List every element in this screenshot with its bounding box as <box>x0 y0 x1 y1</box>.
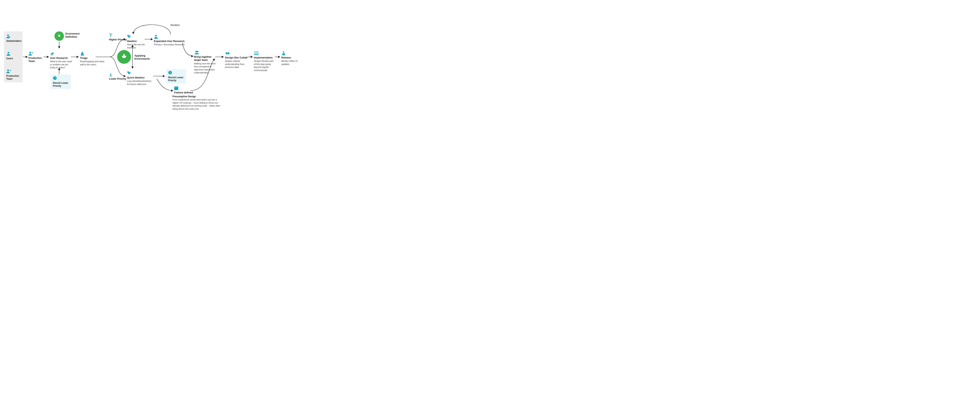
design-tools-icon <box>127 70 154 75</box>
node-bring-together-sub: Making sure the team has conceptual & hi… <box>194 62 216 74</box>
env-definition-circle <box>54 31 64 41</box>
higher-priority: Higher Priority <box>109 34 129 41</box>
node-feature-defined: Feature defined <box>174 85 196 94</box>
node-ideation: Ideation How it fits into the workflow <box>127 34 146 49</box>
node-ideation-sub: How it fits into the workflow <box>127 43 146 49</box>
node-ideation-title: Ideation <box>127 40 146 43</box>
iteration-label: Iteration <box>170 24 180 27</box>
user-icon <box>154 34 185 39</box>
node-bring-together-title: Bring together larger team <box>194 55 216 62</box>
input-production-team: Production Team <box>6 69 21 80</box>
node-expanded-research: Expanded User Research Primary / Seconda… <box>154 34 185 46</box>
env-definition-label-wrap: Enviroment Definition <box>65 32 81 38</box>
node-quick-ideation-title: Quick Ideation <box>127 76 154 79</box>
env-definition-label: Enviroment Definition <box>65 32 81 38</box>
lower-priority-label: Lower Priority <box>109 77 129 80</box>
inputs-box: Stakeholders Users Production Team <box>4 31 22 82</box>
svg-rect-11 <box>174 86 178 90</box>
node-production-team-title: Production Team <box>29 56 44 63</box>
applying-env-label: Applying Enviroments <box>134 54 150 61</box>
svg-point-0 <box>7 35 9 36</box>
node-triage-sub: Roadmapping and value add to the users <box>80 60 105 66</box>
input-production-team-label: Production Team <box>6 75 21 80</box>
input-users: Users <box>6 51 21 60</box>
node-design-dev-sub: Deeper shared understanding from previou… <box>225 60 248 69</box>
revisit-2-title: Revisit Lower Priority <box>168 76 184 82</box>
node-bring-together: Bring together larger team Making sure t… <box>194 50 216 74</box>
user-icon <box>6 51 21 56</box>
svg-point-1 <box>8 52 9 54</box>
laptop-code-icon <box>254 50 275 55</box>
svg-point-4 <box>29 52 31 53</box>
presumptive-title: Presumptive Design <box>172 95 223 98</box>
input-users-label: Users <box>6 57 21 60</box>
window-icon <box>174 85 196 90</box>
node-triage: Triage Roadmapping and value add to the … <box>80 51 105 66</box>
higher-priority-label: Higher Priority <box>109 38 129 41</box>
node-release: Release Monitor effect of updates <box>281 50 303 66</box>
node-implementation: Implementation Design Review part of thi… <box>254 50 275 72</box>
node-user-research-sub: What is the user need or problem we are … <box>50 60 73 69</box>
svg-point-17 <box>196 51 197 53</box>
clock-icon <box>53 76 68 81</box>
node-user-research-title: User Research <box>50 56 73 60</box>
svg-point-12 <box>175 87 175 88</box>
applying-env-circle <box>117 50 131 64</box>
presumptive-sub: From experience works best when org has … <box>172 98 223 110</box>
road-icon <box>80 51 105 56</box>
node-feature-defined-title: Feature defined <box>174 91 196 94</box>
presumptive-block: Presumptive Design From experience works… <box>172 95 223 110</box>
node-user-research: User Research What is the user need or p… <box>50 51 73 69</box>
revisit-card-2: Revisit Lower Priority <box>166 69 186 83</box>
svg-point-13 <box>176 87 176 88</box>
node-release-sub: Monitor effect of updates <box>281 60 304 66</box>
telescope-icon <box>50 51 73 56</box>
users-group-icon <box>194 50 216 54</box>
applying-env-label-wrap: Applying Enviroments <box>134 54 150 61</box>
svg-point-2 <box>7 69 9 71</box>
node-implementation-sub: Design Review part of this step going be… <box>254 60 275 72</box>
node-production-team: Production Team <box>29 51 44 63</box>
revisit-card-1: Revisit Lower Priority <box>51 75 70 89</box>
node-expanded-research-title: Expanded User Research <box>154 40 185 43</box>
revisit-1-title: Revisit Lower Priority <box>53 82 68 88</box>
svg-point-14 <box>177 87 177 88</box>
node-design-dev: Design Dev Collab Deeper shared understa… <box>225 50 248 69</box>
input-stakeholders: Stakeholders <box>6 34 21 43</box>
arrow-down-bar-icon <box>109 73 129 77</box>
input-stakeholders-label: Stakeholders <box>6 40 21 43</box>
design-tools-icon <box>127 34 146 39</box>
node-design-dev-title: Design Dev Collab <box>225 56 248 59</box>
svg-point-9 <box>155 35 157 37</box>
lower-priority: Lower Priority <box>109 73 129 80</box>
user-gear-icon <box>6 69 21 74</box>
svg-rect-19 <box>283 52 284 53</box>
node-release-title: Release <box>281 56 303 59</box>
clock-icon <box>168 70 184 75</box>
node-implementation-title: Implementation <box>254 56 275 59</box>
node-quick-ideation-sub: Log notes/idea/sketches for future refer… <box>127 80 154 86</box>
node-triage-title: Triage <box>80 56 105 60</box>
arrow-up-bar-icon <box>109 34 129 38</box>
node-expanded-research-sub: Primary / Secondary Research <box>154 43 185 46</box>
workflow-diagram: Stakeholders Users Production Team Produ… <box>0 0 306 120</box>
handshake-icon <box>225 50 248 55</box>
user-gear-icon <box>29 51 44 56</box>
ship-icon <box>281 50 303 55</box>
user-tag-icon <box>6 34 21 39</box>
node-quick-ideation: Quick Ideation Log notes/idea/sketches f… <box>127 70 154 86</box>
